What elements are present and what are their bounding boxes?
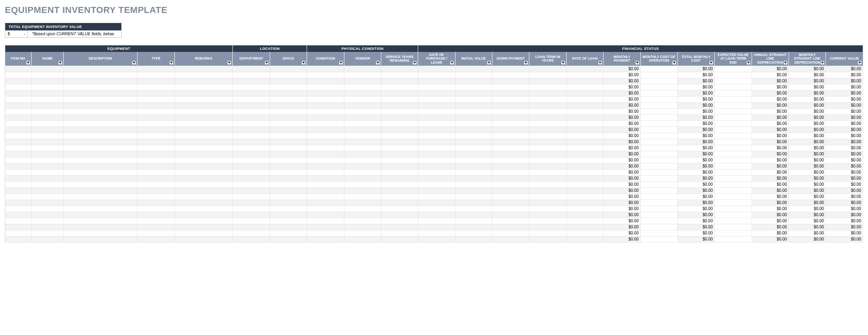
table-cell[interactable]	[138, 212, 174, 218]
table-cell[interactable]	[138, 114, 174, 120]
table-cell[interactable]: $0.00	[752, 72, 789, 78]
table-cell[interactable]	[5, 163, 32, 169]
table-cell[interactable]: $0.00	[604, 175, 640, 181]
table-cell[interactable]	[640, 193, 677, 200]
table-cell[interactable]: $0.00	[604, 157, 640, 163]
table-cell[interactable]: $0.00	[752, 120, 789, 127]
table-cell[interactable]: $0.00	[677, 114, 714, 120]
table-cell[interactable]	[640, 66, 677, 72]
table-cell[interactable]	[5, 224, 32, 230]
table-cell[interactable]	[566, 181, 603, 187]
table-cell[interactable]	[418, 157, 455, 163]
table-cell[interactable]	[492, 236, 529, 242]
table-cell[interactable]	[32, 90, 63, 96]
filter-dropdown-icon[interactable]	[227, 60, 232, 65]
table-cell[interactable]	[5, 230, 32, 236]
table-cell[interactable]	[270, 108, 307, 114]
table-cell[interactable]: $0.00	[826, 175, 863, 181]
table-cell[interactable]	[566, 175, 603, 181]
table-cell[interactable]: $0.00	[677, 200, 714, 206]
table-cell[interactable]	[270, 236, 307, 242]
table-cell[interactable]	[270, 212, 307, 218]
table-cell[interactable]	[138, 157, 174, 163]
table-cell[interactable]	[270, 175, 307, 181]
table-cell[interactable]	[63, 218, 138, 224]
table-cell[interactable]	[529, 163, 566, 169]
table-cell[interactable]: $0.00	[752, 145, 789, 151]
table-cell[interactable]	[455, 200, 492, 206]
table-cell[interactable]	[270, 84, 307, 90]
table-cell[interactable]	[381, 218, 418, 224]
table-cell[interactable]	[270, 193, 307, 200]
table-cell[interactable]	[5, 236, 32, 242]
table-cell[interactable]	[418, 206, 455, 212]
table-cell[interactable]	[344, 230, 381, 236]
table-cell[interactable]	[381, 120, 418, 127]
table-cell[interactable]	[640, 206, 677, 212]
table-cell[interactable]	[344, 218, 381, 224]
table-cell[interactable]: $0.00	[789, 218, 826, 224]
table-cell[interactable]	[233, 78, 270, 84]
table-cell[interactable]	[455, 230, 492, 236]
table-cell[interactable]	[63, 66, 138, 72]
table-cell[interactable]	[174, 218, 233, 224]
table-cell[interactable]	[381, 175, 418, 181]
table-cell[interactable]	[5, 206, 32, 212]
table-cell[interactable]	[418, 96, 455, 102]
table-cell[interactable]	[566, 212, 603, 218]
table-cell[interactable]: $0.00	[677, 193, 714, 200]
table-cell[interactable]	[715, 181, 752, 187]
table-cell[interactable]: $0.00	[826, 181, 863, 187]
table-cell[interactable]	[32, 66, 63, 72]
table-cell[interactable]	[529, 181, 566, 187]
table-cell[interactable]: $0.00	[826, 84, 863, 90]
table-cell[interactable]: $0.00	[789, 181, 826, 187]
table-cell[interactable]	[566, 206, 603, 212]
filter-dropdown-icon[interactable]	[301, 60, 306, 65]
table-cell[interactable]	[418, 187, 455, 193]
table-cell[interactable]	[63, 163, 138, 169]
table-cell[interactable]	[455, 169, 492, 175]
table-cell[interactable]	[640, 157, 677, 163]
table-cell[interactable]: $0.00	[826, 200, 863, 206]
table-cell[interactable]	[715, 200, 752, 206]
table-cell[interactable]	[307, 200, 344, 206]
table-cell[interactable]	[307, 187, 344, 193]
table-cell[interactable]	[270, 169, 307, 175]
table-cell[interactable]: $0.00	[826, 127, 863, 133]
table-cell[interactable]	[455, 218, 492, 224]
table-cell[interactable]	[174, 181, 233, 187]
table-cell[interactable]: $0.00	[826, 206, 863, 212]
table-cell[interactable]	[492, 72, 529, 78]
table-cell[interactable]	[174, 187, 233, 193]
table-cell[interactable]	[174, 206, 233, 212]
table-cell[interactable]	[492, 120, 529, 127]
table-cell[interactable]	[529, 187, 566, 193]
table-cell[interactable]: $0.00	[604, 206, 640, 212]
table-cell[interactable]	[715, 187, 752, 193]
table-cell[interactable]: $0.00	[752, 114, 789, 120]
table-cell[interactable]	[63, 120, 138, 127]
table-cell[interactable]	[418, 84, 455, 90]
table-cell[interactable]	[174, 96, 233, 102]
table-cell[interactable]	[307, 120, 344, 127]
table-cell[interactable]	[344, 145, 381, 151]
table-cell[interactable]	[455, 139, 492, 145]
table-cell[interactable]	[174, 139, 233, 145]
table-cell[interactable]	[455, 114, 492, 120]
table-cell[interactable]	[138, 84, 174, 90]
table-cell[interactable]: $0.00	[604, 108, 640, 114]
table-cell[interactable]	[32, 230, 63, 236]
table-cell[interactable]	[640, 181, 677, 187]
table-cell[interactable]	[529, 218, 566, 224]
table-cell[interactable]	[63, 187, 138, 193]
table-cell[interactable]	[307, 66, 344, 72]
table-cell[interactable]	[270, 157, 307, 163]
table-cell[interactable]	[566, 236, 603, 242]
table-cell[interactable]: $0.00	[752, 218, 789, 224]
table-cell[interactable]	[5, 84, 32, 90]
table-cell[interactable]	[63, 200, 138, 206]
filter-dropdown-icon[interactable]	[376, 60, 380, 65]
table-cell[interactable]: $0.00	[604, 139, 640, 145]
table-cell[interactable]: $0.00	[604, 66, 640, 72]
